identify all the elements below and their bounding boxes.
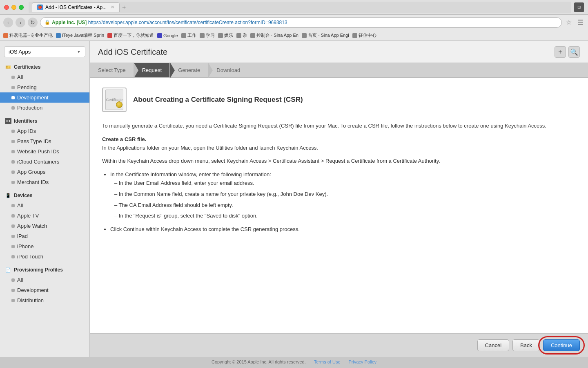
ios-apps-dropdown[interactable]: iOS Apps ▼ [4, 46, 85, 57]
active-tab[interactable]: 🍎 Add - iOS Certificates - Ap... ✕ [32, 2, 120, 12]
instructions-list: In the Certificate Information window, e… [110, 171, 576, 234]
bookmarks-bar: 科茗电器--专业生产电 iTeye Java编程 Sprin 百度一下，你就知道… [0, 30, 588, 41]
company-name: Apple Inc. [US] [52, 20, 87, 25]
bookmark-item-5[interactable]: 工作 [181, 32, 196, 38]
item-dot [11, 130, 15, 133]
sidebar-item-icloud-containers[interactable]: iCloud Containers [0, 157, 89, 167]
bookmark-item-10[interactable]: 首页 - Sina App Engi [302, 32, 349, 38]
panel-content: Certificate About Creating a Certificate… [90, 78, 588, 333]
bookmark-item-4[interactable]: Google [157, 33, 178, 38]
sidebar-item-app-groups[interactable]: App Groups [0, 167, 89, 177]
sidebar-item-profiles-distribution[interactable]: Distribution [0, 295, 89, 305]
sidebar-item-website-push-ids[interactable]: Website Push IDs [0, 146, 89, 157]
sidebar-dropdown: iOS Apps ▼ [4, 46, 85, 57]
sidebar-item-ipad[interactable]: iPad [0, 231, 89, 241]
content-heading: About Creating a Certificate Signing Req… [133, 96, 303, 104]
subbullet-email: In the User Email Address field, enter y… [114, 179, 576, 188]
bookmark-item-1[interactable]: 科茗电器--专业生产电 [3, 32, 53, 38]
item-dot [11, 150, 15, 153]
bookmark-star-btn[interactable]: ☆ [564, 18, 573, 26]
browser-chrome: 🍎 Add - iOS Certificates - Ap... ✕ + ⊡ ‹… [0, 0, 588, 41]
sidebar-section-identifiers: ID Identifiers App IDs Pass Type IDs Web… [0, 116, 89, 187]
item-dot [11, 86, 15, 89]
minimize-window-btn[interactable] [11, 5, 16, 10]
cancel-button[interactable]: Cancel [477, 339, 509, 351]
privacy-link[interactable]: Privacy Policy [349, 359, 376, 364]
terms-link[interactable]: Terms of Use [314, 359, 341, 364]
sidebar-item-apple-watch[interactable]: Apple Watch [0, 221, 89, 231]
step-request[interactable]: Request [134, 63, 170, 77]
item-dot [11, 235, 15, 238]
content-body: To manually generate a Certificate, you … [102, 122, 576, 234]
sidebar-item-pass-type-ids[interactable]: Pass Type IDs [0, 136, 89, 146]
sidebar-item-certs-pending[interactable]: Pending [0, 82, 89, 92]
titlebar: 🍎 Add - iOS Certificates - Ap... ✕ + ⊡ [0, 0, 588, 15]
add-btn[interactable]: + [555, 46, 566, 58]
create-csr-body: In the Applications folder on your Mac, … [102, 145, 318, 151]
devices-header: 📱 Devices [0, 191, 89, 200]
sidebar-item-app-ids[interactable]: App IDs [0, 126, 89, 136]
continue-button[interactable]: Continue [543, 339, 580, 351]
bookmark-item-7[interactable]: 娱乐 [218, 32, 233, 38]
item-dot [11, 278, 15, 282]
sidebar-item-merchant-ids[interactable]: Merchant IDs [0, 177, 89, 187]
sidebar-section-certificates: 🎫 Certificates All Pending Development P… [0, 62, 89, 113]
bookmark-item-2[interactable]: iTeye Java编程 Sprin [56, 32, 104, 38]
panel-title: Add iOS Certificate [98, 47, 167, 57]
tab-favicon: 🍎 [37, 4, 43, 10]
tab-close-btn[interactable]: ✕ [111, 4, 114, 10]
bookmark-item-3[interactable]: 百度一下，你就知道 [107, 32, 154, 38]
address-text: Apple Inc. [US] https://developer.apple.… [52, 20, 287, 25]
sidebar-item-certs-development[interactable]: Development [0, 92, 89, 103]
close-window-btn[interactable] [4, 5, 9, 10]
sidebar-item-apple-tv[interactable]: Apple TV [0, 211, 89, 221]
sidebar: iOS Apps ▼ 🎫 Certificates All Pending De… [0, 41, 90, 357]
new-tab-btn[interactable]: + [122, 4, 126, 11]
sidebar-item-iphone[interactable]: iPhone [0, 241, 89, 251]
fullscreen-btn[interactable]: ⊡ [574, 2, 584, 12]
forward-nav-btn[interactable]: › [16, 18, 25, 27]
bookmark-item-11[interactable]: 征信中心 [352, 32, 376, 38]
identifiers-header: ID Identifiers [0, 116, 89, 126]
address-bar[interactable]: 🔒 Apple Inc. [US] https://developer.appl… [40, 17, 562, 28]
main-panel: Add iOS Certificate + 🔍 Select Type Requ… [90, 41, 588, 357]
bookmark-item-9[interactable]: 控制台 - Sina App En [250, 32, 298, 38]
back-nav-btn[interactable]: ‹ [3, 18, 13, 27]
subbullet-common-name: In the Common Name field, create a name … [114, 190, 576, 199]
copyright-text: Copyright © 2015 Apple Inc. All rights r… [212, 359, 306, 364]
certificates-header: 🎫 Certificates [0, 62, 89, 72]
sidebar-item-certs-production[interactable]: Production [0, 103, 89, 113]
content-header: Certificate About Creating a Certificate… [102, 88, 576, 112]
step-generate[interactable]: Generate [170, 63, 208, 77]
dropdown-arrow-icon: ▼ [77, 49, 81, 54]
continue-wrapper: Continue [543, 339, 580, 351]
reload-btn[interactable]: ↻ [28, 18, 38, 27]
item-dot [11, 289, 15, 292]
item-dot [11, 96, 15, 99]
sidebar-section-profiles: 📄 Provisioning Profiles All Development … [0, 265, 89, 305]
item-dot [11, 255, 15, 258]
search-btn[interactable]: 🔍 [568, 46, 580, 58]
item-dot [11, 171, 15, 174]
bookmark-item-8[interactable]: 杂 [236, 32, 247, 38]
profiles-header: 📄 Provisioning Profiles [0, 265, 89, 275]
back-button[interactable]: Back [512, 339, 540, 351]
menu-btn[interactable]: ☰ [576, 18, 585, 26]
cert-badge [116, 101, 122, 108]
page-footer: Copyright © 2015 Apple Inc. All rights r… [0, 357, 588, 367]
intro-text: To manually generate a Certificate, you … [102, 122, 576, 130]
bookmark-item-6[interactable]: 学习 [200, 32, 215, 38]
item-dot [11, 106, 15, 110]
item-dot [11, 214, 15, 218]
identifiers-icon: ID [5, 118, 11, 124]
sidebar-item-certs-all[interactable]: All [0, 72, 89, 82]
sidebar-item-profiles-development[interactable]: Development [0, 285, 89, 295]
sidebar-item-profiles-all[interactable]: All [0, 275, 89, 285]
sidebar-item-ipod-touch[interactable]: iPod Touch [0, 251, 89, 262]
maximize-window-btn[interactable] [19, 5, 24, 10]
tab-title: Add - iOS Certificates - Ap... [45, 4, 107, 10]
step-download[interactable]: Download [208, 63, 248, 77]
profiles-label: Provisioning Profiles [14, 267, 63, 273]
step-select-type[interactable]: Select Type [90, 63, 134, 77]
sidebar-item-devices-all[interactable]: All [0, 200, 89, 211]
